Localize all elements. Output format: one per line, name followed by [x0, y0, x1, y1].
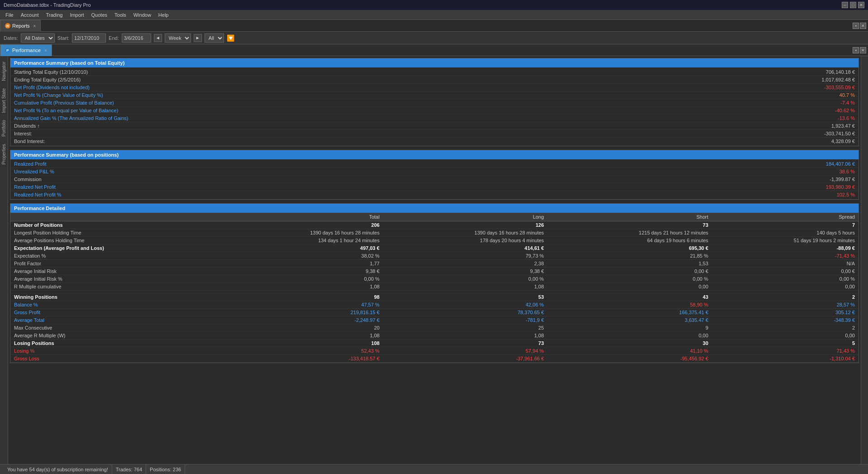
performance-tab[interactable]: P Performance ×: [0, 44, 52, 56]
reports-tab-close[interactable]: ×: [33, 24, 36, 29]
restore-button[interactable]: □: [850, 2, 856, 8]
table-row: Expectation (Average Profit and Loss) 49…: [10, 244, 858, 252]
table-row: Longest Position Holding Time 1390 days …: [10, 229, 858, 237]
table-row: Winning Positions 98 53 43 2: [10, 293, 858, 301]
row-short: 0,00 €: [548, 268, 712, 275]
menu-help[interactable]: Help: [155, 11, 172, 19]
row-label: Max Consecutive: [10, 324, 219, 332]
row-spread: 2: [712, 293, 858, 301]
menu-window[interactable]: Window: [130, 11, 155, 19]
row-label: Number of Positions: [10, 221, 219, 229]
filter-icon[interactable]: 🔽: [227, 34, 234, 42]
performance-detailed-section: Performance Detailed Total Long Short Sp…: [10, 203, 859, 363]
row-short: 695,30 €: [548, 244, 712, 252]
sidebar-navigator[interactable]: Navigator: [0, 58, 7, 85]
prev-button[interactable]: ◄: [154, 34, 162, 42]
positions-status: Positions: 236: [146, 464, 185, 474]
end-input[interactable]: [122, 34, 151, 43]
row-long: -781,9 €: [383, 316, 548, 324]
table-row: Gross Loss -133,418.57 € -37,961.66 € -9…: [10, 355, 858, 363]
equity-row-1: Starting Total Equity (12/10/2010) 706,1…: [10, 68, 858, 76]
row-long: 53: [383, 293, 548, 301]
perf-close-button[interactable]: ✕: [860, 47, 866, 53]
row-label: Winning Positions: [10, 293, 219, 301]
row-label[interactable]: Gross Profit: [10, 309, 219, 316]
row-short: 166,375.41 €: [548, 309, 712, 316]
perf-pin-button[interactable]: ▪: [853, 47, 859, 53]
row-label[interactable]: Average Total: [10, 316, 219, 324]
row-label: R Multiple cumulative: [10, 283, 219, 291]
row-total: -2,248.97 €: [219, 316, 383, 324]
sidebar: Navigator Import State Portfolio Propert…: [0, 56, 8, 464]
tab-bar-controls: ▪ ✕: [853, 23, 866, 29]
row-spread: -348.39 €: [712, 316, 858, 324]
equity-row-3: Net Profit (Dividends not included) -303…: [10, 84, 858, 91]
menu-account[interactable]: Account: [17, 11, 43, 19]
next-button[interactable]: ►: [194, 34, 202, 42]
row-spread: 0,00: [712, 332, 858, 340]
performance-detailed-header: Performance Detailed: [10, 204, 858, 213]
table-row: Max Consecutive 20 25 9 2: [10, 324, 858, 332]
row-total: 1390 days 16 hours 28 minutes: [219, 229, 383, 237]
menu-file[interactable]: File: [2, 11, 17, 19]
close-reports-button[interactable]: ✕: [860, 23, 866, 29]
main-layout: Navigator Import State Portfolio Propert…: [0, 56, 868, 464]
menu-quotes[interactable]: Quotes: [88, 11, 111, 19]
all-select[interactable]: All: [205, 34, 224, 43]
table-row: R Multiple cumulative 1,08 1,08 0,00 0,0…: [10, 283, 858, 291]
sidebar-properties[interactable]: Properties: [0, 140, 7, 168]
pos-row-3: Commission -1,399.87 €: [10, 176, 858, 183]
performance-tab-close[interactable]: ×: [44, 48, 47, 53]
col-total: Total: [219, 213, 383, 221]
equity-summary-body: Starting Total Equity (12/10/2010) 706,1…: [10, 67, 858, 146]
row-short: 0,00: [548, 283, 712, 291]
row-total: 219,816.15 €: [219, 309, 383, 316]
reports-tab-label: Reports: [12, 23, 30, 29]
row-label[interactable]: Gross Loss: [10, 355, 219, 363]
window-title: DemoDatabase.tdbx - TradingDiary Pro: [4, 2, 91, 8]
col-short: Short: [548, 213, 712, 221]
close-button[interactable]: ✕: [858, 2, 864, 8]
menu-import[interactable]: Import: [66, 11, 87, 19]
row-short: 64 days 19 hours 6 minutes: [548, 237, 712, 244]
row-short: 3,635.47 €: [548, 316, 712, 324]
pin-button[interactable]: ▪: [853, 23, 859, 29]
dates-select[interactable]: All Dates: [21, 34, 55, 43]
row-short: 1215 days 21 hours 12 minutes: [548, 229, 712, 237]
start-input[interactable]: [72, 34, 106, 43]
row-short: 0,00 %: [548, 275, 712, 283]
row-label[interactable]: Balance %: [10, 301, 219, 309]
pos-row-4: Realized Net Profit 193,980.39 €: [10, 183, 858, 191]
menu-trading[interactable]: Trading: [42, 11, 66, 19]
menu-tools[interactable]: Tools: [111, 11, 130, 19]
reports-tab-icon: R: [5, 23, 10, 29]
row-short: -95,456.92 €: [548, 355, 712, 363]
reports-tab[interactable]: R Reports ×: [0, 20, 41, 32]
start-label: Start:: [57, 35, 69, 41]
row-spread: 71,43 %: [712, 347, 858, 355]
right-scrollbar[interactable]: [861, 56, 868, 464]
row-long: 2,38: [383, 260, 548, 268]
row-label[interactable]: Losing %: [10, 347, 219, 355]
minimize-button[interactable]: ─: [842, 2, 848, 8]
row-label: Average Positions Holding Time: [10, 237, 219, 244]
sidebar-import-state[interactable]: Import State: [0, 85, 7, 116]
table-row: Expectation % 38,02 % 79,73 % 21,85 % -7…: [10, 252, 858, 260]
menu-bar: File Account Trading Import Quotes Tools…: [0, 10, 868, 20]
row-long: 57,94 %: [383, 347, 548, 355]
table-row: Average R Multiple (W) 1,08 1,08 0,00 0,…: [10, 332, 858, 340]
row-short: 1,53: [548, 260, 712, 268]
sidebar-portfolio[interactable]: Portfolio: [0, 116, 7, 140]
equity-row-9: Interest: -303,741.50 €: [10, 130, 858, 138]
table-row: Balance % 47,57 % 42,06 % 58,90 % 28,57 …: [10, 301, 858, 309]
trades-status: Trades: 764: [112, 464, 146, 474]
row-label: Losing Positions: [10, 340, 219, 347]
row-total: 206: [219, 221, 383, 229]
row-total: 0,00 %: [219, 275, 383, 283]
row-short: 21,85 %: [548, 252, 712, 260]
row-total: 98: [219, 293, 383, 301]
equity-row-4: Net Profit % (Change Value of Equity %) …: [10, 91, 858, 99]
reports-tab-bar: R Reports × ▪ ✕: [0, 20, 868, 32]
row-spread: -71,43 %: [712, 252, 858, 260]
week-select[interactable]: Week: [165, 34, 191, 43]
